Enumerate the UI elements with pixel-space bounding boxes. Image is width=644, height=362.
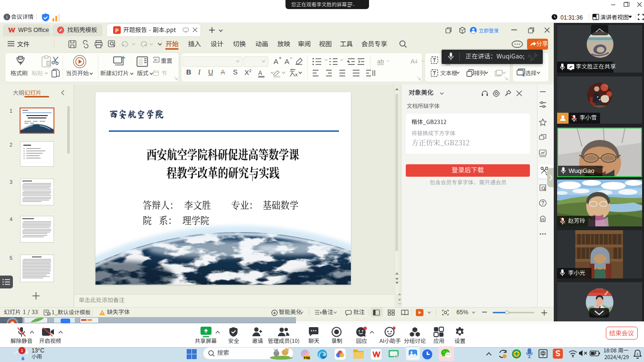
svg-text:z: z [637, 352, 639, 355]
svg-text:x: x [295, 72, 298, 77]
svg-text:PRE: PRE [304, 356, 310, 360]
svg-text:1: 1 [21, 348, 23, 353]
svg-text:P: P [115, 28, 118, 33]
svg-text:i: i [6, 14, 8, 20]
svg-text:ab: ab [377, 58, 384, 65]
svg-text:A: A [258, 70, 262, 76]
svg-text:A: A [411, 58, 415, 65]
